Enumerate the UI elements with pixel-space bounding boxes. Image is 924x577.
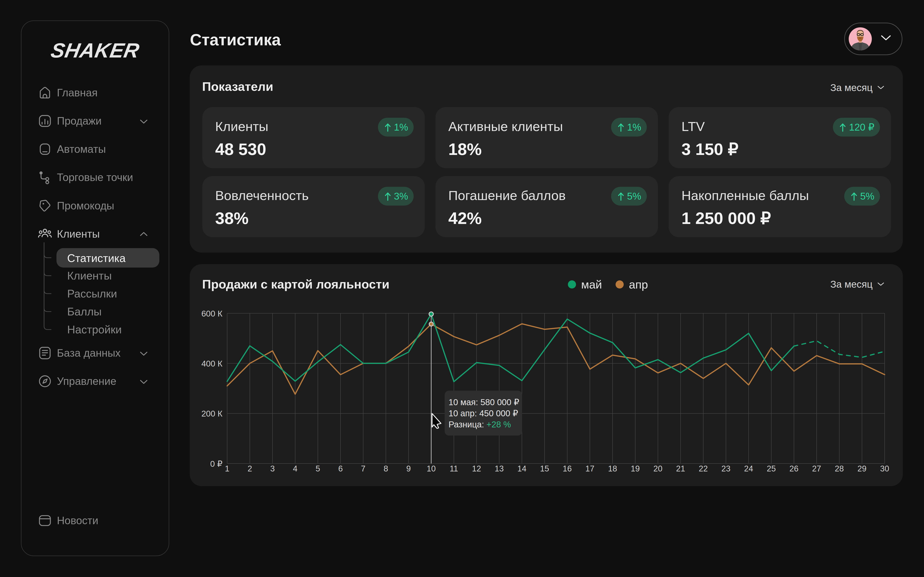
svg-text:12: 12	[472, 464, 481, 473]
svg-text:14: 14	[517, 464, 527, 473]
svg-text:3: 3	[270, 464, 275, 473]
svg-text:20: 20	[653, 464, 662, 473]
svg-text:0 ₽: 0 ₽	[210, 459, 223, 469]
svg-text:22: 22	[699, 464, 708, 473]
svg-text:2: 2	[247, 464, 252, 473]
svg-text:24: 24	[744, 464, 753, 473]
svg-text:9: 9	[406, 464, 411, 473]
svg-text:4: 4	[293, 464, 297, 473]
svg-text:600 К: 600 К	[201, 309, 223, 318]
svg-text:16: 16	[563, 464, 572, 473]
svg-text:11: 11	[450, 464, 458, 473]
svg-text:17: 17	[585, 464, 594, 473]
svg-text:10: 10	[427, 464, 436, 473]
svg-text:6: 6	[338, 464, 342, 473]
svg-text:1: 1	[225, 464, 229, 473]
svg-text:28: 28	[835, 464, 844, 473]
svg-text:21: 21	[676, 464, 685, 473]
svg-text:27: 27	[812, 464, 821, 473]
svg-text:8: 8	[383, 464, 388, 473]
svg-text:7: 7	[361, 464, 365, 473]
svg-text:13: 13	[495, 464, 504, 473]
svg-text:19: 19	[631, 464, 640, 473]
svg-text:25: 25	[767, 464, 776, 473]
svg-text:5: 5	[315, 464, 320, 473]
svg-text:30: 30	[880, 464, 889, 473]
svg-text:29: 29	[858, 464, 866, 473]
svg-text:26: 26	[790, 464, 798, 473]
svg-text:400 К: 400 К	[201, 359, 223, 368]
svg-text:18: 18	[608, 464, 617, 473]
svg-text:15: 15	[540, 464, 549, 473]
svg-text:23: 23	[722, 464, 730, 473]
svg-text:200 К: 200 К	[201, 409, 223, 418]
